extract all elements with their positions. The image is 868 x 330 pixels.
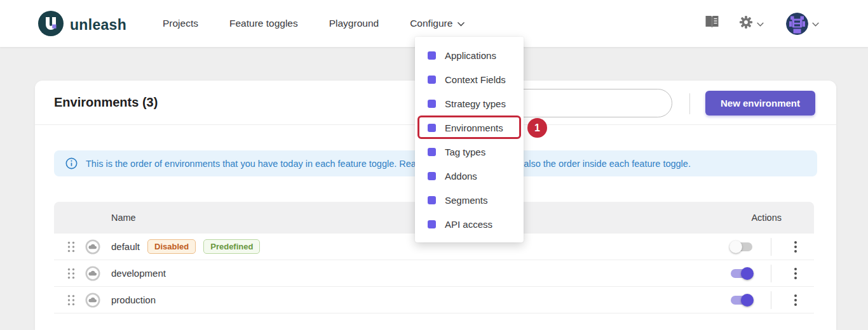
environment-name: development [111, 268, 166, 279]
nav-configure[interactable]: Configure [410, 18, 465, 29]
settings-button[interactable] [739, 0, 764, 47]
column-header-actions: Actions [751, 213, 782, 223]
kebab-menu-button[interactable] [790, 238, 801, 256]
info-banner-text: This is the order of environments that y… [86, 159, 691, 169]
menu-item-label: Tag types [445, 147, 485, 157]
toggle-knob [741, 267, 754, 280]
menu-square-icon [428, 148, 436, 156]
menu-square-icon [428, 51, 436, 60]
annotation-step-badge: 1 [527, 118, 547, 138]
menu-item-addons[interactable]: Addons [415, 164, 524, 188]
menu-item-label: Context Fields [445, 74, 506, 85]
environment-toggle[interactable] [729, 294, 754, 307]
brand-name: unleash [70, 16, 126, 34]
menu-square-icon [428, 196, 436, 204]
docs-button[interactable] [704, 0, 720, 47]
environment-toggle[interactable] [729, 241, 754, 253]
kebab-menu-button[interactable] [790, 291, 801, 309]
environment-name-group: production [111, 294, 156, 305]
menu-item-api-access[interactable]: API access [415, 212, 524, 236]
cloud-icon [85, 266, 100, 284]
menu-item-segments[interactable]: Segments [415, 188, 524, 212]
toggle-knob [741, 294, 754, 307]
kebab-menu-button[interactable] [790, 265, 801, 282]
menu-item-label: Applications [445, 50, 496, 61]
menu-item-label: Segments [445, 195, 488, 206]
menu-item-label: API access [445, 219, 492, 230]
menu-item-tag-types[interactable]: Tag types [415, 140, 524, 164]
row-divider [771, 265, 771, 282]
toggle-knob [729, 241, 742, 253]
menu-item-context-fields[interactable]: Context Fields [415, 67, 524, 91]
row-divider [771, 291, 771, 309]
environment-name: production [111, 294, 156, 305]
row-divider [771, 238, 771, 256]
cloud-icon [85, 293, 100, 310]
environment-name-group: development [111, 268, 166, 279]
unleash-logo-icon [38, 11, 64, 39]
menu-square-icon [428, 100, 436, 108]
profile-menu-button[interactable] [786, 0, 819, 47]
menu-square-icon [428, 76, 436, 84]
environment-name: default [111, 241, 140, 252]
table-row-production: production [54, 287, 814, 314]
drag-handle-icon[interactable] [67, 294, 75, 308]
menu-item-environments[interactable]: Environments [415, 116, 524, 140]
menu-item-label: Strategy types [445, 98, 506, 109]
environment-toggle[interactable] [729, 267, 754, 280]
environment-name-group: default Disabled Predefined [111, 239, 260, 254]
page-title: Environments (3) [54, 95, 158, 110]
cloud-icon [85, 239, 100, 257]
nav-playground[interactable]: Playground [329, 18, 379, 29]
chevron-down-icon [757, 18, 764, 29]
menu-item-strategy-types[interactable]: Strategy types [415, 91, 524, 116]
nav-configure-label: Configure [410, 18, 452, 29]
chevron-down-icon [812, 18, 819, 29]
nav-projects[interactable]: Projects [163, 18, 198, 29]
menu-square-icon [428, 220, 436, 228]
menu-square-icon [428, 124, 436, 132]
drag-handle-icon[interactable] [67, 241, 75, 255]
avatar [786, 13, 808, 35]
unleash-logo[interactable]: unleash [38, 11, 126, 39]
status-badge-predefined: Predefined [203, 239, 260, 254]
info-icon [65, 157, 78, 169]
configure-dropdown-menu: Applications Context Fields Strategy typ… [415, 37, 524, 242]
table-row-development: development [54, 260, 814, 287]
docs-book-icon [704, 15, 720, 32]
header-divider [689, 93, 690, 114]
status-badge-disabled: Disabled [147, 239, 196, 254]
menu-square-icon [428, 172, 436, 180]
column-header-name: Name [111, 213, 136, 223]
menu-item-label: Addons [445, 171, 477, 182]
nav-feature-toggles[interactable]: Feature toggles [229, 18, 298, 29]
menu-item-applications[interactable]: Applications [415, 43, 524, 67]
drag-handle-icon[interactable] [67, 268, 75, 282]
menu-item-label: Environments [445, 122, 503, 133]
chevron-down-icon [458, 18, 465, 29]
settings-gear-icon [739, 15, 753, 32]
new-environment-button[interactable]: New environment [705, 91, 815, 116]
